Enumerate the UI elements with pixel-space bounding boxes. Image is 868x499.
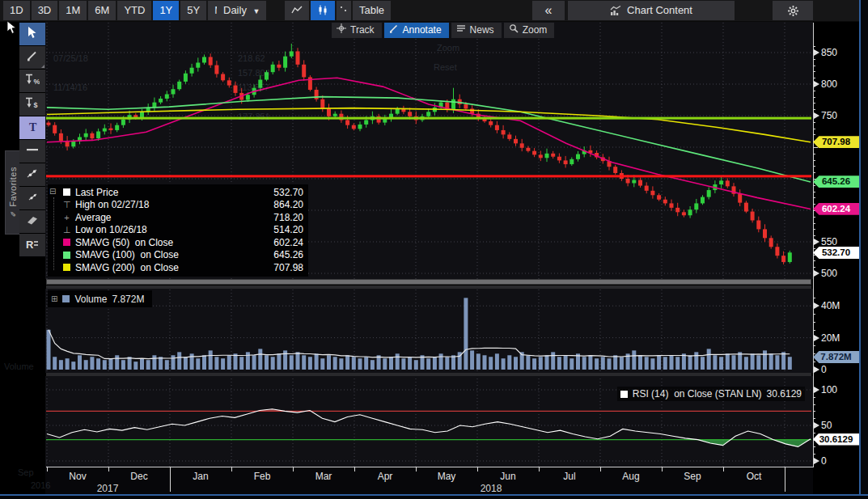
draw-pencil-tool[interactable]: [19, 46, 45, 69]
horizontal-line-tool[interactable]: [19, 140, 45, 163]
panel-separator[interactable]: [46, 285, 811, 289]
drawing-tool-rail: %$TR: [19, 23, 45, 257]
candlestick-chart-icon[interactable]: [311, 1, 335, 20]
axis-minor-tick: [813, 129, 815, 129]
axis-minor-tick: [813, 330, 815, 331]
ghost-text: 113.557: [238, 82, 269, 92]
axis-minor-tick: [813, 172, 815, 173]
legend-row[interactable]: ⊤High on 02/27/18864.20: [51, 199, 303, 212]
axis-minor-tick: [813, 109, 815, 110]
axis-minor-tick: [813, 46, 815, 47]
measure-percent-tool[interactable]: %: [19, 70, 45, 92]
axis-minor-tick: [813, 223, 815, 224]
annotate-tool-track[interactable]: Track: [332, 23, 382, 38]
range-button-ytd[interactable]: YTD: [117, 1, 151, 20]
text-tool[interactable]: T: [19, 116, 45, 139]
axis-minor-tick: [813, 78, 815, 78]
series-swatch: [63, 264, 70, 271]
ghost-text: Sep: [18, 467, 34, 477]
legend-row[interactable]: SMAVG (200) on Close707.98: [51, 261, 303, 274]
range-button-6m[interactable]: 6M: [88, 1, 116, 20]
axis-minor-tick: [813, 66, 815, 66]
range-button-1y[interactable]: 1Y: [153, 1, 179, 20]
axis-minor-tick: [813, 97, 815, 98]
chart-style-mini-icon[interactable]: [337, 1, 351, 20]
ghost-text: Reset: [434, 62, 457, 72]
xaxis-month-label: Nov: [47, 471, 108, 482]
xaxis-month-label: Feb: [231, 471, 293, 482]
panel-separator[interactable]: [46, 373, 811, 376]
volume-legend[interactable]: ⊞ Volume 7.872M: [48, 290, 152, 307]
rsi-value-badge: 30.6129: [813, 433, 859, 446]
axis-minor-tick: [813, 122, 815, 123]
axis-minor-tick: [813, 116, 818, 116]
rsi-legend-label: RSI (14) on Close (STAN LN): [633, 388, 762, 400]
legend-row[interactable]: Last Price532.70: [51, 186, 303, 199]
interval-dropdown[interactable]: Daily ▼: [217, 1, 266, 20]
ray-tool[interactable]: [19, 187, 45, 209]
axis-minor-tick: [813, 345, 815, 346]
price-panel-scrollbar[interactable]: [46, 279, 811, 285]
xaxis-year-label: 2017: [83, 483, 132, 494]
chart-content-icon: [610, 6, 621, 16]
axis-minor-tick: [813, 353, 815, 354]
scrollbar-thumb[interactable]: [47, 280, 811, 284]
axis-minor-tick: [813, 197, 815, 198]
range-button-5y[interactable]: 5Y: [180, 1, 206, 20]
legend-row[interactable]: ⊥Low on 10/26/18514.20: [51, 224, 303, 237]
double-chevron-left-icon: «: [545, 3, 553, 17]
range-button-1m[interactable]: 1M: [59, 1, 87, 20]
svg-text:T: T: [29, 121, 37, 133]
legend-value: 864.20: [261, 199, 303, 210]
regression-tool[interactable]: R: [19, 234, 45, 256]
cursor-tool[interactable]: [19, 23, 45, 45]
axis-minor-tick: [813, 338, 818, 339]
chart-content-button[interactable]: Chart Content: [568, 1, 735, 20]
range-button-3d[interactable]: 3D: [32, 1, 58, 20]
axis-minor-tick: [813, 242, 818, 243]
top-toolbar: 1D3D1M6MYTD1Y5YMax Daily ▼ Table « Chart: [0, 0, 859, 22]
legend-row[interactable]: SMAVG (50) on Close602.24: [51, 236, 303, 249]
measure-price-tool[interactable]: $: [19, 93, 45, 116]
legend-row[interactable]: SMAVG (100) on Close645.26: [51, 249, 303, 262]
axis-minor-tick: [813, 322, 815, 323]
legend-row[interactable]: +Average718.20: [51, 211, 303, 224]
legend-value: 532.70: [261, 187, 303, 198]
channel-tool[interactable]: [19, 210, 45, 233]
xaxis-month-label: Sep: [662, 471, 723, 482]
axis-minor-tick: [813, 267, 815, 268]
legend-expand-toggle[interactable]: ⊞: [51, 294, 57, 303]
legend-value: 645.26: [261, 249, 303, 260]
gear-icon[interactable]: [773, 1, 813, 20]
legend-value: 718.20: [261, 212, 303, 223]
collapse-toolbar-button[interactable]: «: [532, 1, 565, 20]
favorites-tab[interactable]: ✎ Favorites: [5, 150, 19, 235]
ray-tool-icon: [26, 191, 39, 206]
volume-chart-canvas[interactable]: [46, 290, 811, 371]
crosshair-icon: [337, 23, 346, 38]
cursor-tool-icon: [27, 27, 38, 42]
axis-minor-tick: [813, 425, 818, 426]
rsi-legend[interactable]: RSI (14) on Close (STAN LN) 30.6129: [617, 387, 805, 401]
svg-text:%: %: [34, 78, 40, 86]
xaxis-month-label: Jun: [477, 471, 539, 482]
axis-minor-tick: [813, 134, 815, 135]
price-value-badge: 707.98: [813, 136, 859, 148]
price-value-badge: 602.24: [813, 203, 859, 215]
annotate-tool-news[interactable]: News: [451, 23, 502, 38]
table-button[interactable]: Table: [353, 1, 391, 20]
range-button-1d[interactable]: 1D: [3, 1, 30, 20]
trendline-tool[interactable]: [19, 163, 45, 186]
xaxis-month-label: Jan: [170, 471, 231, 482]
bloomberg-chart-screen: 1D3D1M6MYTD1Y5YMax Daily ▼ Table « Chart: [0, 0, 868, 499]
price-value-badge: 645.26: [813, 175, 859, 188]
text-tool-icon: T: [27, 121, 38, 136]
annotate-tool-zoom[interactable]: Zoom: [504, 23, 555, 38]
axis-minor-tick: [813, 273, 818, 274]
axis-minor-tick: [813, 461, 818, 462]
ghost-text: 157.804: [238, 68, 270, 78]
volume-legend-label: Volume: [74, 294, 107, 305]
axis-minor-tick: [813, 248, 815, 249]
annotate-tool-annotate[interactable]: Annotate: [384, 23, 449, 38]
line-chart-icon[interactable]: [285, 1, 309, 20]
